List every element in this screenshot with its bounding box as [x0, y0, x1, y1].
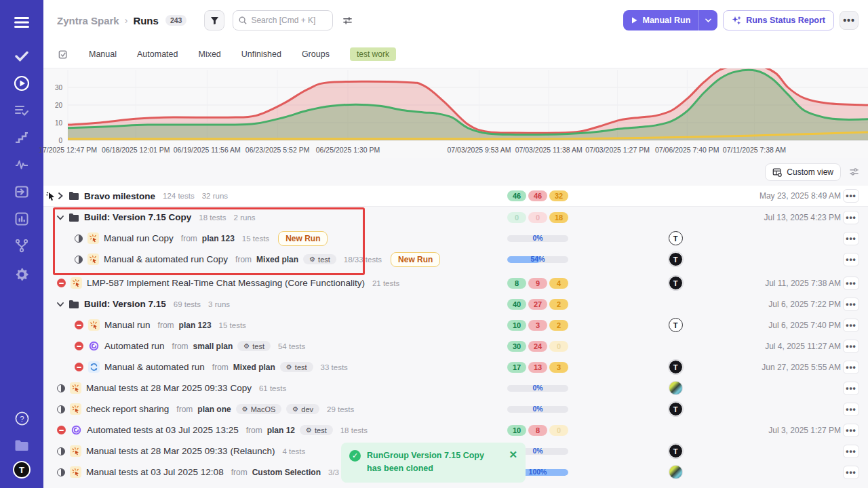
table-settings-icon	[772, 167, 782, 177]
chevron-right-icon[interactable]	[57, 192, 64, 199]
status-in-progress-icon	[57, 405, 65, 413]
sidebar-item-activity[interactable]	[10, 153, 33, 176]
tab-automated[interactable]: Automated	[137, 49, 178, 59]
run-row[interactable]: check report sharingfromplan one⚙MacOS⚙d…	[43, 399, 868, 420]
row-content: Manual tests at 03 Jul 2025 12:08fromCus…	[43, 466, 357, 478]
sidebar-item-settings[interactable]	[10, 263, 33, 286]
run-row[interactable]: Automated tests at 03 Jul 2025 13:25from…	[43, 420, 868, 441]
sidebar-item-milestones[interactable]	[10, 126, 33, 149]
tests-count-label: 21 tests	[372, 279, 399, 287]
breadcrumb-project[interactable]: Zyntra Spark	[57, 15, 119, 26]
tab-mixed[interactable]: Mixed	[198, 49, 220, 59]
run-row[interactable]: Manual tests at 28 Mar 2025 09:33 Copy61…	[43, 378, 868, 399]
tests-count-label: 15 tests	[219, 321, 246, 329]
assignee-avatar	[669, 465, 683, 479]
assignee-avatar: T	[669, 444, 683, 458]
row-content: Build: Version 7.1569 tests3 runs	[43, 299, 230, 309]
row-content: Manual tests at 28 Mar 2025 09:33 Copy61…	[43, 382, 286, 394]
sidebar-item-runs[interactable]	[10, 72, 33, 95]
custom-view-button[interactable]: Custom view	[765, 163, 841, 181]
sidebar-item-reports[interactable]	[10, 207, 33, 230]
row-more-button[interactable]: •••	[843, 211, 859, 224]
source-plan-name: Custom Selection	[252, 468, 321, 477]
x-axis-tick: 06/23/2025 5:52 PM	[245, 146, 310, 154]
sidebar-item-projects[interactable]	[10, 434, 33, 457]
source-plan-name: plan 123	[202, 234, 235, 243]
run-review-icon[interactable]	[58, 49, 68, 60]
result-stats: 40272	[507, 299, 568, 310]
active-filter-tag[interactable]: test work	[350, 47, 396, 61]
from-label: from	[235, 255, 252, 264]
row-more-button[interactable]: •••	[843, 424, 859, 437]
result-stats: 17133	[507, 362, 568, 373]
run-row[interactable]: Automated runfromsmall plan⚙test54 tests…	[43, 336, 868, 357]
row-more-button[interactable]: •••	[843, 403, 859, 416]
stat-pill-green: 40	[507, 299, 526, 310]
sidebar-item-menu[interactable]	[10, 11, 33, 34]
x-axis-tick: 06/18/2025 12:01 PM	[102, 146, 170, 154]
sidebar-item-help[interactable]: ?	[10, 407, 33, 430]
manual-run-dropdown-button[interactable]	[698, 10, 717, 30]
stat-pill-red: 27	[528, 299, 547, 310]
chevron-down-icon[interactable]	[57, 214, 64, 221]
run-row[interactable]: LMP-587 Implement Real-Time Chat Messagi…	[43, 272, 868, 293]
sidebar-item-tests[interactable]	[10, 45, 33, 68]
row-more-button[interactable]: •••	[843, 319, 859, 332]
row-more-button[interactable]: •••	[843, 382, 859, 395]
x-axis-tick: 07/03/2025 11:38 AM	[515, 146, 583, 154]
run-group-row[interactable]: Build: Version 7.1569 tests3 runs40272Ju…	[43, 293, 868, 314]
from-label: from	[176, 405, 193, 414]
assignee-cell: T	[667, 402, 684, 416]
runs-status-report-button[interactable]: Runs Status Report	[723, 10, 834, 30]
display-settings-button[interactable]	[342, 16, 353, 26]
workspace-avatar[interactable]: T	[13, 461, 31, 479]
columns-settings-icon[interactable]	[849, 167, 859, 177]
list-toolbar: Custom view	[43, 158, 868, 186]
row-more-button[interactable]: •••	[843, 277, 859, 290]
row-more-button[interactable]: •••	[843, 466, 859, 479]
header-more-button[interactable]: •••	[840, 11, 859, 30]
row-more-button[interactable]: •••	[843, 298, 859, 311]
row-timestamp: Jul 3, 2025 1:27 PM	[768, 426, 841, 435]
run-group-row[interactable]: Build: Version 7.15 Copy18 tests2 runs00…	[43, 207, 868, 228]
tab-unfinished[interactable]: Unfinished	[241, 49, 281, 59]
config-chip: ⚙dev	[286, 404, 319, 414]
manual-run-icon	[70, 445, 81, 457]
sidebar-item-branches[interactable]	[10, 235, 33, 258]
tab-manual[interactable]: Manual	[89, 49, 117, 59]
row-more-button[interactable]: •••	[843, 189, 859, 203]
y-axis-tick: 20	[55, 102, 62, 109]
from-label: from	[246, 426, 262, 435]
from-label: from	[172, 342, 189, 351]
run-row[interactable]: Manual & automated runfromMixed plan⚙tes…	[43, 357, 868, 378]
toast-close-icon[interactable]: ✕	[509, 449, 517, 476]
manual-run-button[interactable]: Manual Run	[623, 16, 698, 25]
run-row[interactable]: Manual & automated run CopyfromMixed pla…	[43, 249, 868, 270]
runs-count-badge: 243	[165, 15, 187, 26]
filter-button[interactable]	[204, 10, 224, 30]
assignee-cell: T	[667, 231, 684, 245]
row-more-button[interactable]: •••	[843, 253, 859, 266]
manual-run-icon	[87, 232, 99, 244]
search-box[interactable]	[233, 10, 333, 30]
status-in-progress-icon	[57, 468, 65, 476]
mixed-run-icon	[88, 361, 100, 373]
row-more-button[interactable]: •••	[843, 232, 859, 245]
row-more-button[interactable]: •••	[843, 445, 859, 458]
stat-pill-green: 8	[507, 278, 526, 289]
row-more-button[interactable]: •••	[843, 340, 859, 353]
sidebar-item-defects[interactable]	[10, 99, 33, 122]
search-input[interactable]	[251, 16, 326, 25]
row-more-button[interactable]: •••	[843, 361, 859, 374]
sidebar-item-inbox[interactable]	[10, 180, 33, 203]
tab-groups[interactable]: Groups	[302, 49, 330, 59]
ellipsis-icon: •••	[843, 15, 855, 26]
assignee-avatar: T	[669, 360, 683, 374]
source-plan-name: plan one	[197, 405, 231, 414]
row-title: LMP-587 Implement Real-Time Chat Messagi…	[87, 278, 365, 288]
chevron-down-icon[interactable]	[57, 301, 64, 308]
run-group-row[interactable]: Bravo milestone124 tests32 runs464632May…	[43, 186, 868, 207]
run-row[interactable]: Manual runfromplan 12315 tests1032TJul 6…	[43, 314, 868, 336]
row-content: Automated tests at 03 Jul 2025 13:25from…	[43, 424, 368, 436]
run-row[interactable]: Manual run Copyfromplan 12315 testsNew R…	[43, 228, 868, 249]
